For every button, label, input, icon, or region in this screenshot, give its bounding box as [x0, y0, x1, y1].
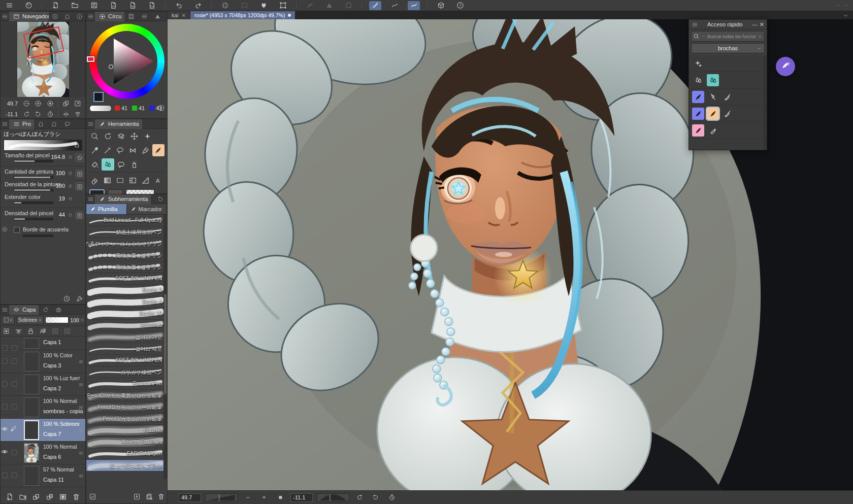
tab-navigator[interactable]: Navegador	[9, 12, 49, 21]
nav-zoom-out-button[interactable]	[21, 99, 32, 108]
layer-row-menu-icon[interactable]	[78, 450, 84, 456]
layer-row-menu-icon[interactable]	[78, 381, 84, 388]
undo-button[interactable]	[173, 1, 185, 10]
layer-opacity-slider[interactable]	[45, 317, 69, 323]
brush-item[interactable]: SOFT INK LINEPEN	[86, 355, 164, 366]
ruler-tool[interactable]	[140, 174, 152, 186]
nav-zoom-value[interactable]: 49.7	[3, 100, 18, 107]
subtool-group-tab-marcador[interactable]: Marcador	[127, 204, 168, 214]
pink-pen-shortcut[interactable]	[692, 124, 704, 137]
merge-layer-button[interactable]	[46, 493, 54, 501]
subtool-toggle-view-button[interactable]	[86, 493, 99, 500]
tab-tool[interactable]: Herramienta	[95, 119, 142, 129]
add-property-button[interactable]	[2, 226, 8, 232]
layer-name[interactable]: sombras - copia	[43, 408, 83, 414]
layer-row[interactable]: 100 % ColorCapa 3	[1, 350, 85, 373]
lock-transparent-button[interactable]	[39, 327, 47, 335]
subtool-refresh-button[interactable]	[154, 194, 167, 204]
object-tool[interactable]	[141, 130, 154, 142]
nav-zoom-in-button[interactable]	[33, 99, 44, 108]
stepper-icon[interactable]: ◇	[69, 154, 72, 160]
zoom-out-button[interactable]: −	[242, 493, 254, 502]
zoom-tool[interactable]	[88, 130, 101, 142]
redo-button[interactable]	[192, 1, 204, 10]
property-value[interactable]: 100	[56, 170, 65, 176]
new-file-button[interactable]	[49, 1, 61, 10]
subtool-detail-button[interactable]	[76, 295, 83, 303]
nav-flip-horizontal-button[interactable]	[60, 110, 72, 119]
layer-filter-dropdown[interactable]: ∨	[2, 316, 15, 324]
lasso-tool[interactable]	[114, 144, 126, 156]
watercolor-edge-checkbox[interactable]	[14, 227, 20, 233]
layer-opacity-value[interactable]: 100	[70, 317, 79, 323]
pen-cursor-shortcut[interactable]	[707, 91, 719, 103]
snap-grid-button[interactable]	[342, 1, 354, 10]
lock-layer-button[interactable]	[27, 327, 35, 335]
layer-row[interactable]: 100 % SobreexpoCapa 7	[1, 419, 85, 442]
layer-name[interactable]: Capa 7	[43, 431, 61, 437]
brush-item[interactable]: ほっぺぽんぽんブラシ	[86, 460, 164, 472]
brush-item[interactable]: 髪の毛ディティールらくらくブラシ	[86, 238, 164, 250]
frame-tool[interactable]	[127, 174, 139, 186]
stepper-icon[interactable]: ◇	[69, 195, 72, 202]
snap-off-button[interactable]	[304, 1, 316, 10]
active-pen-shortcut[interactable]	[707, 108, 719, 120]
property-slider[interactable]	[14, 218, 53, 220]
panel-menu-icon[interactable]	[2, 13, 8, 20]
save-file-button[interactable]	[88, 1, 100, 10]
layer-draft-checkbox[interactable]	[12, 473, 17, 478]
layer-row-menu-icon[interactable]	[78, 427, 84, 433]
layer-thumbnail[interactable]	[24, 466, 39, 486]
tab-subtool[interactable]: Subherramienta	[95, 194, 151, 204]
layer-visibility-checkbox[interactable]	[2, 404, 8, 410]
dynamics-button[interactable]	[75, 182, 84, 191]
rotation-slider[interactable]	[317, 493, 349, 502]
pen-tool[interactable]	[152, 144, 165, 156]
layer-thumbnail[interactable]	[24, 443, 39, 463]
fill-tool[interactable]	[88, 158, 101, 171]
tab-information[interactable]	[73, 12, 85, 21]
layer-thumbnail[interactable]	[24, 397, 39, 417]
panel-menu-icon[interactable]	[2, 307, 8, 313]
material-3d-button[interactable]	[435, 1, 447, 10]
panel-menu-icon[interactable]	[87, 13, 94, 20]
nav-reset-view-button[interactable]	[72, 110, 83, 119]
nav-fullscreen-button[interactable]	[72, 99, 83, 108]
panel-menu-icon[interactable]	[692, 21, 698, 28]
property-value[interactable]: 44	[59, 212, 65, 218]
open-file-button[interactable]	[69, 1, 81, 10]
brush-item[interactable]: ガサガサ線画ペン	[86, 366, 164, 378]
pen-alt-tool[interactable]	[101, 144, 113, 156]
figure-tool[interactable]	[127, 144, 139, 156]
auto-action-button[interactable]	[63, 295, 71, 303]
property-slider[interactable]	[14, 176, 53, 179]
zoom-slider[interactable]	[205, 493, 238, 502]
snap-special-ruler-button[interactable]	[408, 1, 420, 10]
brush-item[interactable]: Amiette Flat Paint	[86, 436, 164, 448]
eraser-tool[interactable]	[88, 174, 101, 186]
brush-item[interactable]: Flashito	[86, 425, 164, 436]
block-size-button[interactable]	[75, 153, 84, 162]
brush-item[interactable]: 実付き葉っぱブラシ	[86, 261, 164, 273]
layer-thumbnail[interactable]	[24, 420, 39, 440]
draft-layer-button[interactable]	[51, 327, 59, 335]
layer-row[interactable]: 100 % Normalsombras - copia	[1, 396, 85, 419]
snap-triangle-button[interactable]	[323, 1, 335, 10]
property-cantidad-de-pintura[interactable]: Cantidad de pintura100◇	[1, 168, 85, 181]
tab-list-chevron-icon[interactable]	[842, 12, 849, 19]
layer-thumbnail[interactable]	[24, 338, 39, 349]
layer-name[interactable]: Capa 3	[43, 362, 61, 368]
favorite-button[interactable]	[257, 1, 270, 10]
layer-name[interactable]: Capa 2	[43, 385, 61, 391]
tab-color-slider[interactable]	[138, 12, 151, 21]
new-layer-button[interactable]	[6, 493, 14, 501]
balloon-tool[interactable]	[115, 158, 127, 171]
property-slider[interactable]	[14, 189, 53, 191]
rotate-canvas-tool[interactable]	[102, 130, 114, 142]
layer-row-menu-icon[interactable]	[78, 358, 84, 365]
lock-icon[interactable]	[74, 142, 80, 148]
snap-curve-button[interactable]	[388, 1, 401, 10]
nav-fit-button[interactable]	[60, 99, 72, 108]
reference-layer-button[interactable]	[15, 327, 22, 335]
layer-visibility-checkbox[interactable]	[2, 358, 8, 364]
